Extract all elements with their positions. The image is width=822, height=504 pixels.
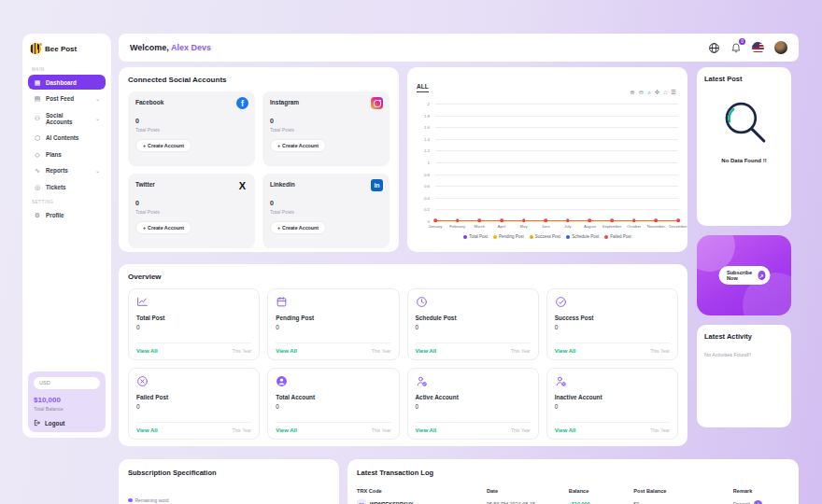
x-tick-label: November [647, 224, 665, 229]
stat-name: Active Account [416, 394, 531, 400]
y-tick-label: 0.2 [424, 207, 430, 212]
stat-period: This Year [511, 348, 531, 354]
gridline [435, 209, 678, 210]
header-icons: 0 [708, 41, 787, 54]
sidebar-item-profile[interactable]: ⚙Profile [28, 207, 106, 222]
currency-select[interactable]: USD [34, 377, 100, 389]
expand-row-button[interactable]: + [754, 500, 762, 504]
data-point-marker[interactable] [477, 219, 481, 223]
create-account-button[interactable]: +Create Account [270, 221, 326, 234]
sidebar-item-social-accounts[interactable]: ⚇Social Accounts⌄ [28, 107, 106, 129]
gridline [435, 104, 678, 105]
chart-plot [435, 104, 678, 221]
avatar[interactable] [774, 41, 787, 54]
data-point-marker[interactable] [676, 219, 680, 223]
sidebar-item-post-feed[interactable]: ▤Post Feed⌄ [28, 91, 106, 106]
view-all-link[interactable]: View All [136, 348, 158, 354]
data-point-marker[interactable] [566, 219, 570, 223]
legend-item-success-post[interactable]: Success Post [530, 234, 560, 239]
bell-icon[interactable]: 0 [730, 42, 742, 53]
column-header-post-balance: Post Balance [633, 488, 732, 494]
data-point-marker[interactable] [433, 219, 437, 223]
social-card-facebook: Facebookf0Total Posts+Create Account [128, 91, 255, 166]
legend-dot [493, 235, 497, 239]
gridline [435, 186, 678, 187]
view-all-link[interactable]: View All [136, 427, 158, 433]
social-name: Instagram [270, 99, 382, 105]
subscription-specification-card: Subscription Specification Remaining wor… [119, 459, 339, 504]
posts-chart-card: ALL ⊕⊖⌕✜⌂☰ 21.81.61.41.210.80.60.40.20 J… [407, 67, 687, 252]
clock-icon [416, 296, 428, 308]
view-all-link[interactable]: View All [276, 348, 297, 354]
legend-dot [128, 498, 133, 503]
sidebar-item-tickets[interactable]: ◎Tickets [28, 179, 106, 194]
subscribe-button[interactable]: Subscribe Now ↗ [718, 266, 770, 285]
twitter-x-icon: X [239, 180, 246, 191]
us-flag-icon[interactable] [752, 42, 764, 54]
receipt-icon: ▤ [357, 499, 366, 504]
chart-toolbar: ⊕⊖⌕✜⌂☰ [630, 90, 676, 96]
sidebar-item-label: AI Contents [46, 134, 78, 141]
stat-period: This Year [232, 348, 251, 354]
legend-item-failed-post[interactable]: Failed Post [604, 234, 631, 239]
x-circle-icon [136, 375, 149, 387]
sidebar-item-label: Tickets [46, 184, 66, 190]
sidebar-item-ai-contents[interactable]: ⬡AI Contents [28, 131, 106, 146]
social-total-posts-value: 0 [135, 118, 248, 124]
stat-card-pending-post: Pending Post0View AllThis Year [267, 288, 399, 360]
logout-button[interactable]: Logout [34, 419, 100, 427]
chevron-down-icon: ⌄ [95, 168, 100, 174]
view-all-link[interactable]: View All [555, 427, 576, 433]
transaction-table-header: TRX CodeDateBalancePost BalanceRemark [357, 488, 789, 494]
social-total-posts-label: Total Posts [135, 127, 248, 133]
sidebar: Bee Post MAIN ▦Dashboard▤Post Feed⌄⚇Soci… [22, 34, 111, 438]
chart-tab-all[interactable]: ALL [417, 83, 429, 92]
data-point-marker[interactable] [632, 219, 636, 223]
data-point-marker[interactable] [544, 219, 547, 223]
check-circle-icon [555, 296, 567, 308]
data-point-marker[interactable] [588, 219, 592, 223]
linkedin-icon: in [371, 179, 383, 191]
view-all-link[interactable]: View All [555, 348, 576, 354]
globe-icon[interactable] [708, 42, 720, 54]
post-feed-icon: ▤ [34, 95, 41, 102]
y-tick-label: 1 [428, 161, 430, 165]
y-tick-label: 0.8 [424, 172, 430, 176]
dashboard-icon: ▦ [34, 79, 41, 86]
view-all-link[interactable]: View All [276, 427, 297, 433]
panning-icon[interactable]: ✜ [655, 90, 659, 96]
menu-icon[interactable]: ☰ [671, 90, 676, 96]
create-account-button[interactable]: +Create Account [135, 139, 191, 152]
sidebar-item-reports[interactable]: ∿Reports⌄ [28, 163, 106, 178]
facebook-icon: f [236, 97, 248, 109]
create-account-button[interactable]: +Create Account [135, 221, 191, 234]
stat-card-total-account: Total Account0View AllThis Year [267, 368, 399, 440]
sidebar-item-dashboard[interactable]: ▦Dashboard [28, 75, 106, 90]
data-point-marker[interactable] [655, 219, 659, 223]
sidebar-item-plans[interactable]: ◇Plans [28, 147, 106, 161]
data-point-marker[interactable] [522, 219, 526, 223]
legend-label: Pending Post [499, 234, 524, 239]
subscription-spec-title: Subscription Specification [128, 469, 330, 477]
x-tick-label: May [520, 224, 528, 229]
data-point-marker[interactable] [500, 219, 503, 223]
sidebar-item-label: Profile [46, 212, 64, 218]
data-point-marker[interactable] [456, 219, 460, 223]
latest-activity-card: Latest Activity No Activities Found!! [697, 325, 791, 427]
latest-activity-title: Latest Activity [704, 332, 784, 341]
legend-item-schedule-post[interactable]: Schedule Post [566, 234, 599, 239]
legend-item-pending-post[interactable]: Pending Post [493, 234, 524, 239]
gridline [435, 198, 678, 199]
zoom-out-icon[interactable]: ⊖ [639, 90, 644, 96]
zoom-in-icon[interactable]: ⊕ [630, 90, 634, 96]
view-all-link[interactable]: View All [416, 427, 437, 433]
stat-card-total-post: Total Post0View AllThis Year [128, 288, 260, 360]
selection-zoom-icon[interactable]: ⌕ [647, 90, 651, 96]
create-account-button[interactable]: +Create Account [270, 139, 326, 152]
sidebar-item-label: Dashboard [46, 79, 77, 86]
view-all-link[interactable]: View All [416, 348, 437, 354]
home-icon[interactable]: ⌂ [663, 90, 667, 96]
legend-label: Schedule Post [572, 234, 599, 239]
legend-item-total-post[interactable]: Total Post [463, 234, 488, 239]
data-point-marker[interactable] [610, 219, 614, 223]
